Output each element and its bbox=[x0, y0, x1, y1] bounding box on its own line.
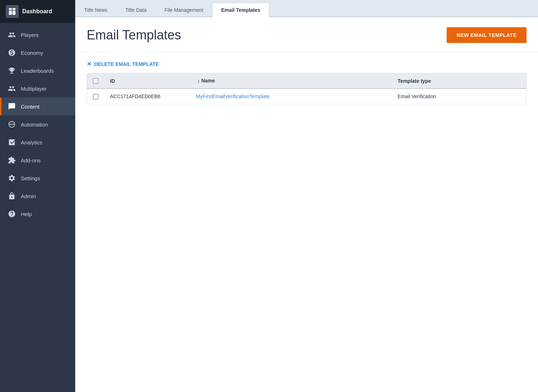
settings-icon bbox=[7, 174, 16, 182]
tab-title-news[interactable]: Title News bbox=[75, 3, 116, 17]
page-content-area: Email Templates NEW EMAIL TEMPLATE ✕ DEL… bbox=[75, 17, 538, 392]
svg-rect-1 bbox=[13, 8, 15, 10]
sidebar-item-leaderboards[interactable]: Leaderboards bbox=[0, 62, 75, 80]
sidebar-item-settings[interactable]: Settings bbox=[0, 169, 75, 187]
sidebar-item-economy[interactable]: Economy bbox=[0, 44, 75, 62]
template-name-link[interactable]: MyFirstEmailVerificationTemplate bbox=[196, 94, 270, 99]
leaderboards-icon bbox=[7, 67, 16, 75]
sidebar-item-label: Admin bbox=[21, 193, 36, 199]
svg-point-4 bbox=[10, 124, 11, 125]
svg-point-5 bbox=[11, 124, 13, 125]
sidebar-nav: Players Economy Leaderboards Multiplayer bbox=[0, 23, 75, 392]
row-id-cell: ACC1714FD4ED0EB6 bbox=[104, 89, 190, 104]
select-all-checkbox[interactable] bbox=[93, 78, 99, 84]
table-area: ✕ DELETE EMAIL TEMPLATE ID ↕ bbox=[75, 52, 538, 113]
page-title: Email Templates bbox=[87, 28, 181, 43]
svg-point-6 bbox=[13, 124, 14, 125]
sidebar-item-content[interactable]: Content bbox=[0, 97, 75, 115]
col-header-name[interactable]: ↕ Name bbox=[190, 73, 392, 89]
row-checkbox-cell bbox=[87, 89, 105, 104]
sidebar-item-label: Multiplayer bbox=[21, 86, 47, 92]
col-header-check bbox=[87, 73, 105, 89]
row-type-cell: Email Verification bbox=[392, 89, 526, 104]
tab-bar: Title News Title Data File Management Em… bbox=[75, 0, 538, 17]
delete-action-label: DELETE EMAIL TEMPLATE bbox=[94, 61, 159, 67]
dashboard-logo-icon bbox=[6, 5, 19, 18]
sidebar-item-label: Help bbox=[21, 211, 32, 217]
col-id-label: ID bbox=[110, 78, 115, 84]
economy-icon bbox=[7, 49, 16, 57]
col-name-label: Name bbox=[201, 78, 215, 83]
svg-rect-0 bbox=[9, 8, 12, 10]
delete-x-icon: ✕ bbox=[87, 61, 91, 67]
sidebar-item-label: Automation bbox=[21, 121, 48, 128]
row-checkbox[interactable] bbox=[93, 94, 99, 100]
sidebar-item-label: Add-ons bbox=[21, 157, 41, 163]
main-content: Title News Title Data File Management Em… bbox=[75, 0, 538, 392]
multiplayer-icon bbox=[7, 85, 16, 92]
page-header: Email Templates NEW EMAIL TEMPLATE bbox=[75, 17, 538, 52]
sidebar: Dashboard Players Economy Leaderboards bbox=[0, 0, 75, 392]
sort-icon: ↕ bbox=[197, 78, 200, 84]
table-row: ACC1714FD4ED0EB6 MyFirstEmailVerificatio… bbox=[87, 89, 527, 104]
sidebar-item-addons[interactable]: Add-ons bbox=[0, 151, 75, 169]
svg-rect-2 bbox=[9, 10, 12, 15]
sidebar-item-admin[interactable]: Admin bbox=[0, 187, 75, 205]
svg-rect-3 bbox=[13, 10, 15, 15]
sidebar-item-label: Content bbox=[21, 104, 40, 110]
col-header-type: Template type bbox=[392, 73, 526, 89]
table-header-row: ID ↕ Name Template type bbox=[87, 73, 527, 89]
automation-icon bbox=[7, 120, 16, 128]
players-icon bbox=[7, 31, 16, 39]
col-header-id[interactable]: ID bbox=[104, 73, 190, 89]
addons-icon bbox=[7, 156, 16, 164]
sidebar-item-multiplayer[interactable]: Multiplayer bbox=[0, 80, 75, 97]
admin-icon bbox=[7, 192, 16, 200]
email-templates-table: ID ↕ Name Template type bbox=[87, 73, 527, 104]
sidebar-item-label: Economy bbox=[21, 50, 43, 56]
sidebar-item-help[interactable]: Help bbox=[0, 205, 75, 223]
sidebar-item-label: Analytics bbox=[21, 139, 42, 145]
col-type-label: Template type bbox=[398, 78, 431, 84]
content-icon bbox=[7, 102, 16, 110]
delete-email-template-action[interactable]: ✕ DELETE EMAIL TEMPLATE bbox=[87, 61, 527, 67]
sidebar-item-label: Players bbox=[21, 32, 39, 38]
tab-file-management[interactable]: File Management bbox=[155, 3, 212, 17]
tab-title-data[interactable]: Title Data bbox=[116, 3, 155, 17]
sidebar-item-label: Settings bbox=[21, 175, 40, 181]
new-email-template-button[interactable]: NEW EMAIL TEMPLATE bbox=[447, 27, 527, 43]
tab-email-templates[interactable]: Email Templates bbox=[212, 3, 269, 17]
analytics-icon bbox=[7, 138, 16, 146]
sidebar-item-players[interactable]: Players bbox=[0, 26, 75, 44]
help-icon bbox=[7, 210, 16, 218]
sidebar-item-analytics[interactable]: Analytics bbox=[0, 133, 75, 151]
sidebar-item-label: Leaderboards bbox=[21, 68, 54, 74]
sidebar-item-automation[interactable]: Automation bbox=[0, 115, 75, 133]
sidebar-logo[interactable]: Dashboard bbox=[0, 0, 75, 23]
sidebar-logo-text: Dashboard bbox=[22, 8, 52, 15]
row-name-cell: MyFirstEmailVerificationTemplate bbox=[190, 89, 392, 104]
